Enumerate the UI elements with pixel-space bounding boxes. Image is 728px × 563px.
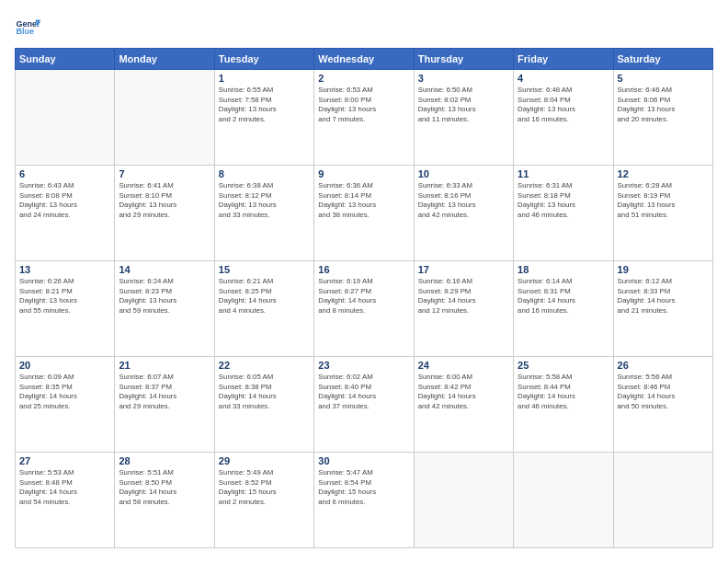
column-header-thursday: Thursday [414, 49, 513, 70]
day-info: Sunrise: 6:50 AM Sunset: 8:02 PM Dayligh… [418, 86, 509, 124]
day-info: Sunrise: 6:36 AM Sunset: 8:14 PM Dayligh… [318, 181, 409, 220]
calendar-cell: 25Sunrise: 5:58 AM Sunset: 8:44 PM Dayli… [514, 357, 613, 453]
day-info: Sunrise: 6:02 AM Sunset: 8:40 PM Dayligh… [318, 373, 409, 411]
calendar-week-4: 20Sunrise: 6:09 AM Sunset: 8:35 PM Dayli… [16, 357, 713, 453]
column-header-wednesday: Wednesday [314, 49, 414, 70]
calendar-week-5: 27Sunrise: 5:53 AM Sunset: 8:48 PM Dayli… [16, 453, 713, 548]
day-number: 24 [418, 360, 509, 371]
calendar-week-2: 6Sunrise: 6:43 AM Sunset: 8:08 PM Daylig… [16, 166, 713, 261]
day-number: 3 [418, 73, 509, 84]
calendar-header: SundayMondayTuesdayWednesdayThursdayFrid… [16, 49, 713, 70]
calendar-cell: 26Sunrise: 5:56 AM Sunset: 8:46 PM Dayli… [613, 357, 712, 453]
day-number: 29 [219, 455, 310, 466]
column-header-friday: Friday [514, 49, 613, 70]
day-number: 4 [518, 73, 609, 84]
day-number: 19 [618, 264, 709, 275]
day-number: 28 [119, 455, 210, 466]
calendar-body: 1Sunrise: 6:55 AM Sunset: 7:58 PM Daylig… [16, 70, 713, 548]
column-header-tuesday: Tuesday [214, 49, 313, 70]
calendar-cell: 30Sunrise: 5:47 AM Sunset: 8:54 PM Dayli… [314, 453, 414, 548]
day-info: Sunrise: 6:19 AM Sunset: 8:27 PM Dayligh… [318, 277, 409, 316]
day-number: 26 [618, 360, 709, 371]
day-number: 11 [518, 168, 609, 179]
column-header-monday: Monday [115, 49, 214, 70]
day-number: 9 [318, 168, 409, 179]
day-info: Sunrise: 6:05 AM Sunset: 8:38 PM Dayligh… [219, 373, 310, 411]
calendar-cell: 11Sunrise: 6:31 AM Sunset: 8:18 PM Dayli… [514, 166, 613, 261]
day-number: 16 [318, 264, 409, 275]
calendar-cell: 5Sunrise: 6:46 AM Sunset: 8:06 PM Daylig… [613, 70, 712, 166]
calendar-cell: 12Sunrise: 6:28 AM Sunset: 8:19 PM Dayli… [613, 166, 712, 261]
calendar-cell: 17Sunrise: 6:16 AM Sunset: 8:29 PM Dayli… [414, 261, 513, 357]
day-number: 12 [618, 168, 709, 179]
day-number: 23 [318, 360, 409, 371]
day-number: 1 [219, 73, 310, 84]
day-info: Sunrise: 6:21 AM Sunset: 8:25 PM Dayligh… [219, 277, 310, 316]
day-info: Sunrise: 6:12 AM Sunset: 8:33 PM Dayligh… [618, 277, 709, 316]
calendar-cell [414, 453, 513, 548]
calendar-cell: 29Sunrise: 5:49 AM Sunset: 8:52 PM Dayli… [214, 453, 313, 548]
calendar-cell: 28Sunrise: 5:51 AM Sunset: 8:50 PM Dayli… [115, 453, 214, 548]
day-number: 18 [518, 264, 609, 275]
day-number: 17 [418, 264, 509, 275]
calendar-cell: 6Sunrise: 6:43 AM Sunset: 8:08 PM Daylig… [16, 166, 115, 261]
day-number: 21 [119, 360, 210, 371]
calendar-cell: 15Sunrise: 6:21 AM Sunset: 8:25 PM Dayli… [214, 261, 313, 357]
day-number: 13 [19, 264, 110, 275]
day-number: 14 [119, 264, 210, 275]
logo-icon: General Blue [15, 15, 40, 40]
day-info: Sunrise: 5:53 AM Sunset: 8:48 PM Dayligh… [19, 468, 110, 507]
page-header: General Blue [15, 15, 713, 40]
calendar-cell: 10Sunrise: 6:33 AM Sunset: 8:16 PM Dayli… [414, 166, 513, 261]
day-number: 30 [318, 455, 409, 466]
calendar-cell [613, 453, 712, 548]
column-header-sunday: Sunday [16, 49, 115, 70]
calendar-cell: 3Sunrise: 6:50 AM Sunset: 8:02 PM Daylig… [414, 70, 513, 166]
calendar-cell: 2Sunrise: 6:53 AM Sunset: 8:00 PM Daylig… [314, 70, 414, 166]
day-number: 6 [19, 168, 110, 179]
day-number: 22 [219, 360, 310, 371]
day-number: 20 [19, 360, 110, 371]
day-info: Sunrise: 6:24 AM Sunset: 8:23 PM Dayligh… [119, 277, 210, 316]
day-info: Sunrise: 6:38 AM Sunset: 8:12 PM Dayligh… [219, 181, 310, 220]
day-info: Sunrise: 6:53 AM Sunset: 8:00 PM Dayligh… [318, 86, 409, 124]
calendar-cell: 9Sunrise: 6:36 AM Sunset: 8:14 PM Daylig… [314, 166, 414, 261]
day-info: Sunrise: 6:55 AM Sunset: 7:58 PM Dayligh… [219, 86, 310, 124]
calendar-cell [16, 70, 115, 166]
calendar-cell: 14Sunrise: 6:24 AM Sunset: 8:23 PM Dayli… [115, 261, 214, 357]
calendar-cell: 22Sunrise: 6:05 AM Sunset: 8:38 PM Dayli… [214, 357, 313, 453]
calendar-cell: 21Sunrise: 6:07 AM Sunset: 8:37 PM Dayli… [115, 357, 214, 453]
calendar-cell: 27Sunrise: 5:53 AM Sunset: 8:48 PM Dayli… [16, 453, 115, 548]
day-number: 25 [518, 360, 609, 371]
calendar-cell: 8Sunrise: 6:38 AM Sunset: 8:12 PM Daylig… [214, 166, 313, 261]
day-info: Sunrise: 5:49 AM Sunset: 8:52 PM Dayligh… [219, 468, 310, 507]
day-info: Sunrise: 5:56 AM Sunset: 8:46 PM Dayligh… [618, 373, 709, 411]
day-info: Sunrise: 6:16 AM Sunset: 8:29 PM Dayligh… [418, 277, 509, 316]
day-info: Sunrise: 6:46 AM Sunset: 8:06 PM Dayligh… [618, 86, 709, 124]
calendar-cell: 1Sunrise: 6:55 AM Sunset: 7:58 PM Daylig… [214, 70, 313, 166]
day-info: Sunrise: 6:00 AM Sunset: 8:42 PM Dayligh… [418, 373, 509, 411]
day-number: 2 [318, 73, 409, 84]
day-number: 27 [19, 455, 110, 466]
day-info: Sunrise: 6:26 AM Sunset: 8:21 PM Dayligh… [19, 277, 110, 316]
day-number: 15 [219, 264, 310, 275]
calendar-table: SundayMondayTuesdayWednesdayThursdayFrid… [15, 48, 713, 548]
column-header-saturday: Saturday [613, 49, 712, 70]
day-info: Sunrise: 6:43 AM Sunset: 8:08 PM Dayligh… [19, 181, 110, 220]
calendar-cell: 7Sunrise: 6:41 AM Sunset: 8:10 PM Daylig… [115, 166, 214, 261]
calendar-cell [115, 70, 214, 166]
day-info: Sunrise: 5:47 AM Sunset: 8:54 PM Dayligh… [318, 468, 409, 507]
day-info: Sunrise: 6:28 AM Sunset: 8:19 PM Dayligh… [618, 181, 709, 220]
day-info: Sunrise: 6:31 AM Sunset: 8:18 PM Dayligh… [518, 181, 609, 220]
calendar-cell: 20Sunrise: 6:09 AM Sunset: 8:35 PM Dayli… [16, 357, 115, 453]
calendar-cell [514, 453, 613, 548]
day-info: Sunrise: 6:48 AM Sunset: 8:04 PM Dayligh… [518, 86, 609, 124]
calendar-cell: 23Sunrise: 6:02 AM Sunset: 8:40 PM Dayli… [314, 357, 414, 453]
calendar-week-1: 1Sunrise: 6:55 AM Sunset: 7:58 PM Daylig… [16, 70, 713, 166]
day-info: Sunrise: 6:09 AM Sunset: 8:35 PM Dayligh… [19, 373, 110, 411]
day-info: Sunrise: 5:58 AM Sunset: 8:44 PM Dayligh… [518, 373, 609, 411]
day-info: Sunrise: 6:41 AM Sunset: 8:10 PM Dayligh… [119, 181, 210, 220]
calendar-cell: 18Sunrise: 6:14 AM Sunset: 8:31 PM Dayli… [514, 261, 613, 357]
calendar-week-3: 13Sunrise: 6:26 AM Sunset: 8:21 PM Dayli… [16, 261, 713, 357]
calendar-cell: 19Sunrise: 6:12 AM Sunset: 8:33 PM Dayli… [613, 261, 712, 357]
